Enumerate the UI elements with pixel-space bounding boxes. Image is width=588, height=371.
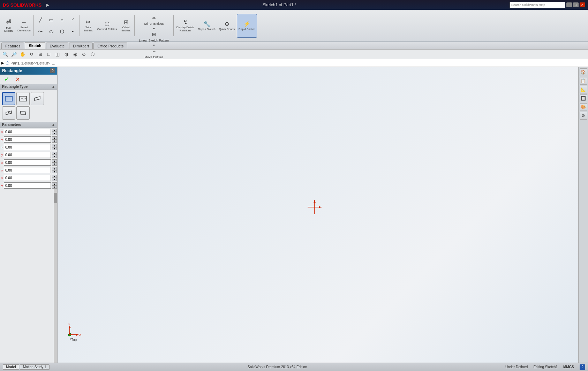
edit-appearance[interactable]: ⬡ [89, 51, 96, 58]
render-tools-button[interactable]: ◉ [71, 51, 79, 58]
tab-features[interactable]: Features [1, 43, 24, 49]
param-y2-up[interactable]: ▲ [52, 152, 57, 155]
panel-help-icon[interactable]: ? [50, 68, 55, 73]
rectangle-button[interactable]: ▭ [46, 14, 56, 25]
hide-show-items[interactable]: ⊙ [80, 51, 88, 58]
line-button[interactable]: ╱ [35, 14, 46, 25]
offset-entities-icon: ⊞ [124, 19, 128, 25]
view-orient-button[interactable]: ⊞ [36, 51, 44, 58]
trim-entities-button[interactable]: ✂ TrimEntities [81, 14, 95, 38]
tree-expand-icon[interactable]: ▶ [1, 61, 4, 65]
section-view-button[interactable]: ◫ [54, 51, 61, 58]
param-x2-up[interactable]: ▲ [52, 144, 57, 147]
param-x4-down[interactable]: ▼ [52, 178, 57, 181]
param-y2-down[interactable]: ▼ [52, 155, 57, 158]
offset-entities-button[interactable]: ⊞ OffsetEntities [119, 14, 133, 38]
display-delete-relations-button[interactable]: ↯ Display/DeleteRelations [175, 14, 196, 38]
minimize-button[interactable]: ─ [566, 2, 572, 7]
param-x1-down[interactable]: ▼ [52, 132, 57, 135]
title-menu-file[interactable]: ▶ [46, 3, 49, 7]
parallelogram-button[interactable] [16, 106, 30, 120]
panel-scrollbar[interactable] [54, 189, 57, 363]
convert-entities-label: Convert Entities [97, 28, 117, 31]
right-btn-tree[interactable]: 📋 [580, 77, 587, 85]
mirror-dropdown-icon[interactable]: ▼ [153, 27, 156, 31]
polygon-button[interactable]: ⬡ [57, 26, 67, 37]
rect-type-section-header[interactable]: Rectangle Type ▲ [0, 84, 57, 90]
right-btn-home[interactable]: 🏠 [580, 68, 587, 76]
tab-evaluate[interactable]: Evaluate [46, 43, 69, 49]
close-x-button[interactable]: ✕ [15, 76, 20, 82]
param-y1-icon: y [1, 137, 3, 142]
search-input[interactable] [510, 2, 565, 8]
center-rect-button[interactable] [16, 92, 30, 105]
panel-scrollbar-thumb[interactable] [54, 193, 58, 203]
maximize-button[interactable]: □ [573, 2, 579, 7]
corner-rect-button[interactable] [2, 92, 15, 105]
right-btn-display[interactable]: 🔲 [580, 94, 587, 102]
right-btn-properties[interactable]: 📐 [580, 86, 587, 93]
zoom-to-fit-button[interactable]: 🔍 [1, 51, 9, 58]
move-entities-label: Move Entities [145, 55, 164, 59]
accept-button[interactable]: ✓ [4, 76, 9, 83]
model-tab[interactable]: Model [3, 364, 19, 370]
param-y1-up[interactable]: ▲ [52, 136, 57, 139]
param-y4-up[interactable]: ▲ [52, 182, 57, 186]
close-button[interactable]: ✕ [580, 2, 585, 7]
right-btn-settings[interactable]: ⚙ [580, 112, 587, 120]
param-x3-up[interactable]: ▲ [52, 159, 57, 162]
rapid-sketch-button[interactable]: ⚡ Rapid Sketch [237, 14, 257, 38]
convert-entities-button[interactable]: ⬡ Convert Entities [96, 14, 118, 38]
right-btn-appearance[interactable]: 🎨 [580, 103, 587, 111]
param-x4-input[interactable] [4, 175, 51, 181]
tab-sketch[interactable]: Sketch [25, 42, 45, 49]
parameters-section-header[interactable]: Parameters ▲ [0, 122, 57, 128]
param-y1-input[interactable] [4, 136, 51, 143]
3pt-center-button[interactable] [2, 106, 15, 120]
arc-button[interactable]: ◜ [68, 14, 78, 25]
ellipse-button[interactable]: ⬭ [46, 26, 56, 37]
param-y4-down[interactable]: ▼ [52, 186, 57, 189]
param-y3-up[interactable]: ▲ [52, 167, 57, 170]
repair-sketch-button[interactable]: 🔧 Repair Sketch [196, 14, 217, 38]
help-button[interactable]: ? [580, 364, 585, 370]
linear-dropdown-icon[interactable]: ▼ [153, 44, 156, 47]
param-row-4: y ▲ ▼ [0, 151, 57, 159]
circle-button[interactable]: ○ [57, 14, 67, 25]
mirror-entities-row[interactable]: ⇔ Mirror Entities ▼ [137, 15, 171, 31]
rotate-button[interactable]: ↻ [28, 51, 35, 58]
linear-sketch-row[interactable]: ⊞ Linear Sketch Pattern ▼ [137, 31, 171, 48]
point-button[interactable]: • [68, 26, 78, 37]
tab-office-products[interactable]: Office Products [93, 43, 127, 49]
smart-dimension-button[interactable]: ↔ SmartDimension [16, 14, 32, 38]
param-y3-input[interactable] [4, 167, 51, 173]
param-y4-input[interactable] [4, 182, 51, 189]
3pt-corner-button[interactable] [31, 92, 44, 105]
canvas-area[interactable]: X Y *Top [58, 67, 578, 363]
units-display: MMGS [563, 365, 574, 369]
zoom-in-button[interactable]: 🔎 [10, 51, 18, 58]
motion-study-tab[interactable]: Motion Study 1 [20, 364, 50, 370]
crosshair-indicator [308, 200, 322, 215]
param-x4-up[interactable]: ▲ [52, 175, 57, 178]
param-x1-input[interactable] [4, 129, 51, 135]
exit-sketch-button[interactable]: ⏎ ExitSketch [1, 14, 15, 38]
spline-button[interactable]: 〜 [35, 26, 46, 37]
appearance-button[interactable]: ◑ [62, 51, 70, 58]
param-x2-down[interactable]: ▼ [52, 147, 57, 150]
quick-snaps-button[interactable]: ⊕ Quick Snaps [218, 14, 236, 38]
param-y3-down[interactable]: ▼ [52, 170, 57, 173]
param-y1-down[interactable]: ▼ [52, 139, 57, 143]
center-rect-icon [19, 96, 27, 102]
rect-type-collapse-icon[interactable]: ▲ [52, 85, 55, 89]
param-x2-input[interactable] [4, 144, 51, 150]
pan-button[interactable]: ✋ [19, 51, 27, 58]
param-x3-input[interactable] [4, 159, 51, 166]
param-x1-up[interactable]: ▲ [52, 129, 57, 132]
corner-rect-icon [5, 96, 13, 102]
param-y2-input[interactable] [4, 152, 51, 158]
view-display-button[interactable]: □ [45, 51, 53, 58]
param-x3-down[interactable]: ▼ [52, 162, 57, 166]
parameters-collapse-icon[interactable]: ▲ [52, 123, 55, 127]
tab-dimxpert[interactable]: DimXpert [69, 43, 93, 49]
